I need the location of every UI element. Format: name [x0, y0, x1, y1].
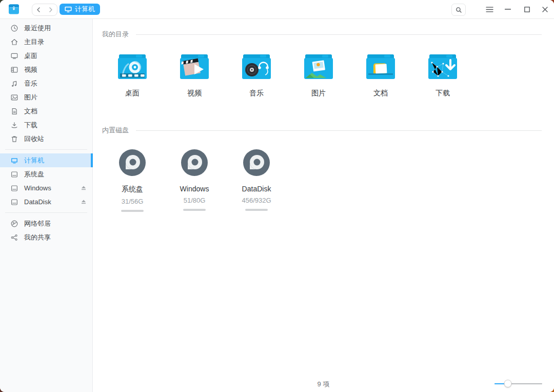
sidebar-item-label: 网络邻居	[24, 219, 51, 228]
disk-drive-icon	[243, 149, 270, 176]
sidebar-item-label: 最近使用	[24, 24, 51, 33]
folder-label: 文档	[373, 89, 388, 98]
sidebar-item-downloads[interactable]: 下载	[0, 118, 92, 132]
disk-drive-icon	[119, 149, 146, 176]
disk-capacity: 456/932G	[242, 197, 271, 204]
sidebar-item-desktop[interactable]: 桌面	[0, 49, 92, 63]
minimize-button[interactable]	[502, 4, 514, 15]
sidebar-item-label: 下载	[24, 121, 37, 130]
picture-icon	[10, 93, 18, 102]
disk-tile-datadisk[interactable]: DataDisk 456/932G	[231, 149, 282, 212]
share-icon	[10, 233, 18, 242]
sidebar-item-recent[interactable]: 最近使用	[0, 21, 92, 35]
maximize-button[interactable]	[521, 4, 533, 15]
trash-icon	[10, 135, 18, 143]
sidebar-item-label: 视频	[24, 65, 37, 74]
folder-label: 音乐	[249, 89, 264, 98]
disk-drive-icon	[181, 149, 208, 176]
disk-icon	[10, 184, 18, 192]
sidebar-item-pictures[interactable]: 图片	[0, 90, 92, 104]
music-icon	[10, 80, 18, 88]
sidebar-item-documents[interactable]: 文档	[0, 104, 92, 118]
eject-icon[interactable]	[81, 186, 86, 190]
sidebar-item-label: Windows	[24, 184, 51, 192]
sidebar-item-my-shares[interactable]: 我的共享	[0, 230, 92, 244]
sidebar-item-label: 音乐	[24, 79, 37, 88]
sidebar-item-label: 文档	[24, 107, 37, 116]
app-icon	[8, 4, 19, 15]
disk-usage-bar	[121, 210, 144, 212]
disk-tile-system[interactable]: 系统盘 31/56G	[107, 149, 158, 212]
sidebar-item-label: 计算机	[24, 156, 44, 165]
folder-label: 桌面	[125, 89, 140, 98]
forward-button[interactable]	[45, 4, 57, 15]
sidebar-item-label: 主目录	[24, 37, 44, 47]
download-icon	[10, 121, 18, 129]
section-internal-disks: 内置磁盘	[102, 98, 542, 135]
disk-name: Windows	[180, 185, 209, 193]
content-area: 我的目录	[93, 19, 554, 392]
sidebar-item-label: 桌面	[24, 51, 37, 61]
sidebar-item-label: 图片	[24, 93, 37, 102]
music-folder-icon	[242, 53, 271, 80]
videos-folder-icon	[180, 53, 209, 80]
sidebar-item-label: 回收站	[24, 134, 44, 144]
section-divider	[136, 130, 542, 131]
sidebar-item-home[interactable]: 主目录	[0, 35, 92, 49]
computer-icon	[10, 156, 18, 165]
tab-computer[interactable]: 计算机	[60, 4, 100, 15]
disk-icon	[10, 198, 18, 206]
folder-label: 下载	[436, 89, 450, 98]
sidebar-item-label: DataDisk	[24, 198, 51, 206]
close-button[interactable]	[539, 4, 551, 15]
sidebar-item-datadisk[interactable]: DataDisk	[0, 195, 92, 209]
folder-tile-documents[interactable]: 文档	[355, 53, 406, 98]
disk-name: DataDisk	[242, 185, 271, 193]
folder-tile-pictures[interactable]: 图片	[293, 53, 344, 98]
back-button[interactable]	[32, 4, 45, 15]
sidebar-item-network[interactable]: 网络邻居	[0, 217, 92, 230]
folder-tile-music[interactable]: 音乐	[231, 53, 282, 98]
slider-knob[interactable]	[504, 380, 512, 387]
desktop-folder-icon	[117, 53, 147, 80]
menu-button[interactable]	[483, 4, 496, 15]
disk-capacity: 31/56G	[122, 198, 144, 205]
eject-icon[interactable]	[81, 200, 86, 204]
monitor-icon	[65, 6, 72, 13]
sidebar-separator	[5, 149, 87, 150]
disk-capacity: 51/80G	[184, 197, 206, 204]
sidebar-item-music[interactable]: 音乐	[0, 76, 92, 90]
sidebar-item-label: 系统盘	[24, 170, 44, 179]
sidebar-item-label: 我的共享	[24, 233, 51, 242]
icon-size-slider[interactable]	[494, 380, 542, 387]
section-divider	[136, 34, 542, 35]
search-button[interactable]	[451, 4, 466, 16]
sidebar-item-windows[interactable]: Windows	[0, 181, 92, 195]
folder-tile-desktop[interactable]: 桌面	[107, 53, 158, 98]
titlebar: 计算机	[0, 0, 554, 19]
disk-icon	[10, 170, 18, 179]
sidebar-item-computer[interactable]: 计算机	[0, 153, 92, 167]
network-icon	[10, 220, 18, 228]
home-icon	[10, 38, 18, 46]
folder-label: 图片	[311, 89, 326, 98]
sidebar: 最近使用 主目录 桌面 视频 音乐 图片	[0, 19, 93, 392]
tab-label: 计算机	[75, 5, 95, 14]
disk-tile-windows[interactable]: Windows 51/80G	[169, 149, 220, 212]
sidebar-item-trash[interactable]: 回收站	[0, 132, 92, 146]
folder-tile-videos[interactable]: 视频	[169, 53, 220, 98]
desktop-icon	[10, 52, 18, 60]
section-my-directories: 我的目录	[102, 19, 542, 39]
folder-tile-downloads[interactable]: 下载	[417, 53, 468, 98]
statusbar: 9 项	[93, 379, 554, 392]
document-icon	[10, 107, 18, 115]
folder-grid: 桌面	[93, 53, 554, 98]
downloads-folder-icon	[428, 53, 458, 80]
sidebar-item-system-disk[interactable]: 系统盘	[0, 167, 92, 181]
disk-usage-bar	[245, 209, 268, 211]
item-count: 9 项	[93, 380, 554, 389]
nav-button-group	[32, 4, 57, 16]
clock-icon	[10, 24, 18, 32]
sidebar-item-videos[interactable]: 视频	[0, 63, 92, 76]
disk-name: 系统盘	[122, 185, 143, 194]
